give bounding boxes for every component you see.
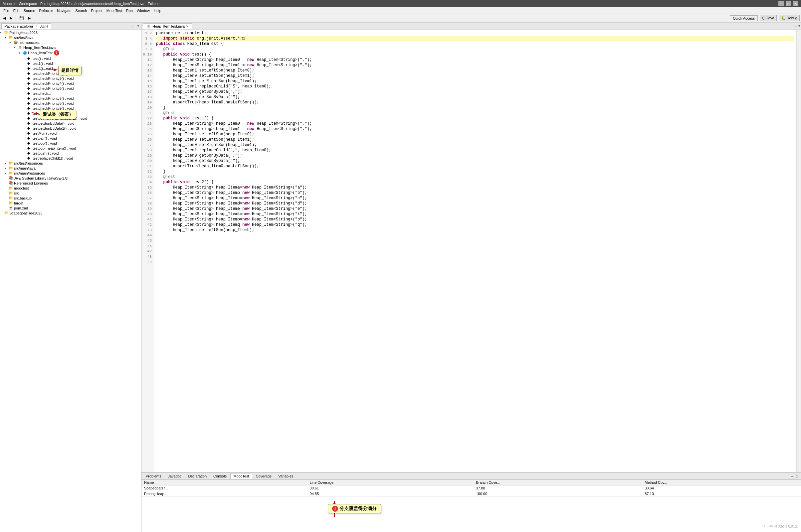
tree-icon-testpop_heap_item: ◆: [27, 146, 33, 150]
menu-item-mooctest[interactable]: MoocTest: [105, 8, 124, 13]
tree-label-testcheckPriority8: testcheckPriority8() : void: [33, 101, 74, 106]
tree-item-test1[interactable]: ◆test1() : void: [0, 61, 141, 66]
menu-item-file[interactable]: File: [1, 8, 11, 13]
tree-icon-target: 📂: [8, 201, 14, 205]
bottom-tab-mooctest[interactable]: MoocTest: [230, 473, 252, 479]
toolbar-forward-button[interactable]: ▶: [8, 15, 14, 21]
menu-item-search[interactable]: Search: [74, 8, 89, 13]
branch-coverage-label: 分支覆盖得分满分: [340, 506, 377, 512]
tree-item-Heap_ItemTest_class[interactable]: ▾🔷Heap_ItemTest1: [0, 50, 141, 56]
editor-tab-close-icon[interactable]: ✕: [186, 25, 189, 28]
table-cell-1: 94.85: [307, 491, 474, 497]
menu-item-edit[interactable]: Edit: [11, 8, 22, 13]
tree-item-src_main_java[interactable]: ▸📂src/main/java: [0, 166, 141, 171]
tree-arrow-src_main_resources: ▸: [5, 172, 8, 175]
left-panel-maximize-icon[interactable]: □: [136, 24, 140, 28]
main-layout: Package Explorer JUnit ─ □ ▾📁PairingHeap…: [0, 23, 801, 532]
quick-access-button[interactable]: Quick Access: [730, 15, 758, 21]
menu-item-help[interactable]: Help: [152, 8, 163, 13]
tree-label-PairingHeap2023: PairingHeap2023: [9, 31, 38, 35]
tree-item-testpop_heap_item[interactable]: ◆testpop_heap_item() : void: [0, 146, 141, 151]
bottom-panel-header: ProblemsJavadocDeclarationConsoleMoocTes…: [142, 473, 801, 480]
menu-item-refactor[interactable]: Refactor: [37, 8, 55, 13]
tree-item-testcheckPriority4[interactable]: ◆testcheckPriority4() : void: [0, 81, 141, 86]
menu-item-source[interactable]: Source: [22, 8, 37, 13]
tree-item-src_test_resources[interactable]: ▸📂src/test/resources: [0, 160, 141, 166]
table-row[interactable]: PairingHeap...94.85100.0087.10: [142, 491, 801, 497]
tree-item-ScapegoatTree2023[interactable]: 📁ScapegoatTree2023: [0, 210, 141, 215]
left-panel-minimize-icon[interactable]: ─: [130, 24, 135, 28]
junit-tab[interactable]: JUnit: [37, 23, 51, 29]
tree-item-jre[interactable]: 📚JRE System Library [JavaSE-1.8]: [0, 175, 141, 180]
tree-item-testpush[interactable]: ◆testpush() : void: [0, 151, 141, 156]
debug-perspective-button[interactable]: 🐛 Debug: [779, 15, 800, 21]
tree-item-target[interactable]: 📂target: [0, 201, 141, 206]
tree-item-Heap_ItemTest_java[interactable]: ▾☕Heap_ItemTest.java: [0, 45, 141, 50]
toolbar-back-button[interactable]: ◀: [1, 15, 7, 21]
tree-item-src_test_java[interactable]: ▾📂src/test/java: [0, 35, 141, 40]
menu-item-run[interactable]: Run: [124, 8, 135, 13]
bottom-tab-javadoc[interactable]: Javadoc: [165, 473, 184, 479]
tree-item-test0[interactable]: ◆test() : void: [0, 56, 141, 61]
code-content[interactable]: package net.mooctest; import static org.…: [153, 30, 796, 472]
tree-item-mooctest[interactable]: 📂mooctest: [0, 186, 141, 191]
tree-item-src_backup[interactable]: 📂src.backup: [0, 195, 141, 201]
tree-label-testpop: testpop() : void: [33, 141, 57, 145]
tree-icon-testcheckPriority9: ◆: [27, 106, 33, 110]
line-numbers: 1 2 3 4 5 6 7 8 9 10 11 12 13 14 15 16 1…: [142, 30, 153, 472]
menu-item-window[interactable]: Window: [135, 8, 152, 13]
tree-label-testgetSonByData1: testgetSonByData1() : void: [33, 126, 76, 130]
package-explorer-tab[interactable]: Package Explorer: [1, 23, 36, 29]
tree-label-testpush: testpush() : void: [33, 151, 58, 155]
tree-label-src_test_resources: src/test/resources: [14, 161, 43, 165]
tree-item-testpop[interactable]: ◆testpop() : void: [0, 141, 141, 146]
editor-scrollbar[interactable]: [796, 30, 801, 472]
titlebar-title: Mooctest-Workspace - PairingHeap2023/src…: [3, 2, 159, 6]
minimize-button[interactable]: ─: [778, 1, 784, 6]
tree-item-testpair[interactable]: ◆testpair() : void: [0, 136, 141, 141]
bottom-tab-variables[interactable]: Variables: [275, 473, 296, 479]
tree-item-testgetSonByData1[interactable]: ◆testgetSonByData1() : void: [0, 126, 141, 131]
tree-item-ref_libs[interactable]: 📚Referenced Libraries: [0, 180, 141, 186]
bottom-tab-declaration[interactable]: Declaration: [185, 473, 210, 479]
tree-item-pom_xml[interactable]: ☕pom.xml: [0, 206, 141, 210]
editor-tab-heap-itemtest[interactable]: ☕ Heap_ItemTest.java ✕: [143, 23, 192, 29]
editor-minimize-icon[interactable]: ─: [794, 24, 797, 28]
tree-item-net_mooctest[interactable]: ▾📦net.mooctest: [0, 40, 141, 45]
toolbar-save-button[interactable]: 💾: [18, 15, 25, 21]
table-row[interactable]: ScapegoatTr...30.6137.8838.64: [142, 486, 801, 491]
bottom-min-icon[interactable]: ─: [790, 474, 795, 479]
tree-label-Heap_ItemTest_java: Heap_ItemTest.java: [23, 45, 56, 50]
tree-item-testcheckPriority7[interactable]: ◆testcheckPriority7() : void: [0, 96, 141, 101]
tree-item-src_main_resources[interactable]: ▸📂src/main/resources: [0, 171, 141, 175]
tree-item-testreplaceChild1[interactable]: ◆testreplaceChild1() : void: [0, 156, 141, 160]
toolbar-run-button[interactable]: ▶: [26, 15, 32, 21]
tree-item-src[interactable]: 📂src: [0, 191, 141, 195]
coverage-annotation-area: 1 分支覆盖得分满分: [142, 497, 801, 507]
tree-item-testMul[interactable]: ◆testMul() : void: [0, 131, 141, 136]
right-panel: ☕ Heap_ItemTest.java ✕ ─ □ 1 2 3 4 5 6 7…: [142, 23, 801, 532]
menu-item-navigate[interactable]: Navigate: [55, 8, 73, 13]
bottom-tab-problems[interactable]: Problems: [143, 473, 164, 479]
tree-label-src_backup: src.backup: [14, 196, 32, 200]
code-editor: 1 2 3 4 5 6 7 8 9 10 11 12 13 14 15 16 1…: [142, 30, 801, 472]
java-perspective-button[interactable]: ⬡ Java: [760, 15, 776, 21]
tree-item-testcheckPriority5[interactable]: ◆testcheckPriority5() : void: [0, 86, 141, 91]
tree-item-testgetSonByData[interactable]: ◆testgetSonByData() : void: [0, 121, 141, 126]
menu-item-project[interactable]: Project: [89, 8, 104, 13]
tree-item-PairingHeap2023[interactable]: ▾📁PairingHeap2023: [0, 30, 141, 35]
maximize-button[interactable]: □: [786, 1, 791, 6]
tree-item-testcheck6[interactable]: ◆testcheck...: [0, 91, 141, 96]
tree-item-testcheckPriority3[interactable]: ◆testcheckPriority3() : void: [0, 76, 141, 81]
tree-label-testcheck6: testcheck...: [33, 92, 51, 95]
editor-maximize-icon[interactable]: □: [798, 24, 800, 28]
bottom-max-icon[interactable]: □: [795, 474, 800, 479]
bottom-tab-console[interactable]: Console: [210, 473, 230, 479]
tree-icon-testpop: ◆: [27, 141, 33, 145]
tree-item-testcheckPriority8[interactable]: ◆testcheckPriority8() : void: [0, 101, 141, 106]
bottom-tab-coverage[interactable]: Coverage: [253, 473, 275, 479]
tree-icon-testpair: ◆: [27, 136, 33, 140]
tree-icon-PairingHeap2023: 📁: [4, 30, 9, 35]
close-button[interactable]: ✕: [793, 1, 798, 6]
tree-icon-testgetMultiWayAncestor2: ◆: [27, 116, 33, 120]
